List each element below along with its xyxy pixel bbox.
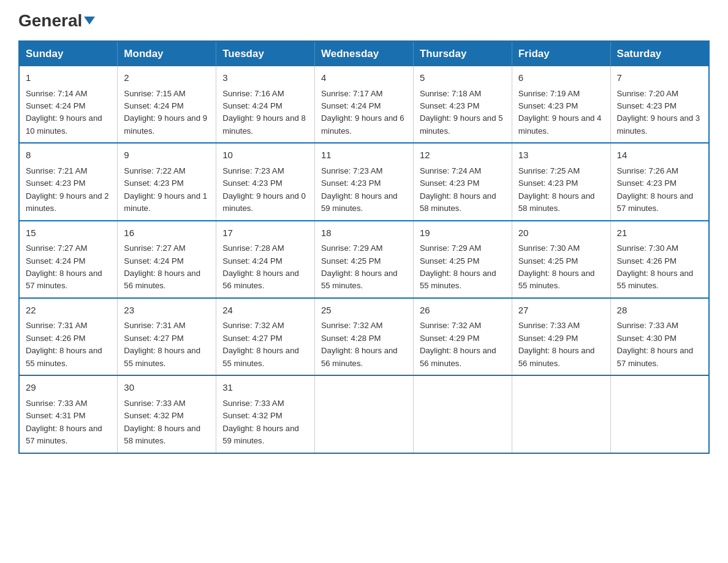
cell-content: Sunrise: 7:30 AMSunset: 4:26 PMDaylight:… [617,242,702,293]
day-number: 16 [124,226,210,240]
day-number: 8 [26,148,111,163]
calendar-cell: 10Sunrise: 7:23 AMSunset: 4:23 PMDayligh… [216,143,315,220]
calendar-week-row: 22Sunrise: 7:31 AMSunset: 4:26 PMDayligh… [19,298,709,375]
day-number: 28 [617,304,702,318]
col-header-tuesday: Tuesday [216,41,315,66]
calendar-cell: 31Sunrise: 7:33 AMSunset: 4:32 PMDayligh… [216,375,315,453]
cell-content: Sunrise: 7:32 AMSunset: 4:28 PMDaylight:… [321,320,407,370]
day-number: 22 [26,304,111,318]
day-number: 29 [26,381,111,395]
calendar-cell: 23Sunrise: 7:31 AMSunset: 4:27 PMDayligh… [118,298,216,375]
cell-content: Sunrise: 7:29 AMSunset: 4:25 PMDaylight:… [321,242,407,293]
day-number: 4 [321,71,407,85]
calendar-cell: 12Sunrise: 7:24 AMSunset: 4:23 PMDayligh… [413,143,512,220]
calendar-cell [413,375,512,453]
calendar-cell: 3Sunrise: 7:16 AMSunset: 4:24 PMDaylight… [216,66,315,143]
day-number: 18 [321,226,407,240]
calendar-cell: 19Sunrise: 7:29 AMSunset: 4:25 PMDayligh… [413,221,512,298]
cell-content: Sunrise: 7:33 AMSunset: 4:31 PMDaylight:… [26,397,111,448]
calendar-week-row: 8Sunrise: 7:21 AMSunset: 4:23 PMDaylight… [19,143,709,220]
calendar-week-row: 15Sunrise: 7:27 AMSunset: 4:24 PMDayligh… [19,221,709,298]
calendar-table: SundayMondayTuesdayWednesdayThursdayFrid… [18,40,710,454]
calendar-cell: 13Sunrise: 7:25 AMSunset: 4:23 PMDayligh… [512,143,610,220]
page-header: General [18,12,710,28]
cell-content: Sunrise: 7:23 AMSunset: 4:23 PMDaylight:… [222,165,308,215]
calendar-cell [512,375,610,453]
cell-content: Sunrise: 7:29 AMSunset: 4:25 PMDaylight:… [420,242,506,293]
col-header-monday: Monday [118,41,216,66]
cell-content: Sunrise: 7:25 AMSunset: 4:23 PMDaylight:… [518,165,604,215]
calendar-cell: 9Sunrise: 7:22 AMSunset: 4:23 PMDaylight… [118,143,216,220]
cell-content: Sunrise: 7:33 AMSunset: 4:32 PMDaylight:… [222,397,308,448]
day-number: 11 [321,148,407,163]
cell-content: Sunrise: 7:30 AMSunset: 4:25 PMDaylight:… [518,242,604,293]
day-number: 30 [124,381,210,395]
cell-content: Sunrise: 7:32 AMSunset: 4:27 PMDaylight:… [222,320,308,370]
day-number: 31 [222,381,308,395]
calendar-cell: 16Sunrise: 7:27 AMSunset: 4:24 PMDayligh… [118,221,216,298]
calendar-cell [315,375,414,453]
cell-content: Sunrise: 7:33 AMSunset: 4:32 PMDaylight:… [124,397,210,448]
cell-content: Sunrise: 7:26 AMSunset: 4:23 PMDaylight:… [617,165,702,215]
calendar-cell [610,375,709,453]
day-number: 12 [420,148,506,163]
cell-content: Sunrise: 7:15 AMSunset: 4:24 PMDaylight:… [124,88,210,138]
calendar-week-row: 1Sunrise: 7:14 AMSunset: 4:24 PMDaylight… [19,66,709,143]
col-header-wednesday: Wednesday [315,41,414,66]
calendar-header-row: SundayMondayTuesdayWednesdayThursdayFrid… [19,41,709,66]
logo-general: General [18,12,95,29]
cell-content: Sunrise: 7:31 AMSunset: 4:26 PMDaylight:… [26,320,111,370]
day-number: 19 [420,226,506,240]
cell-content: Sunrise: 7:32 AMSunset: 4:29 PMDaylight:… [420,320,506,370]
day-number: 25 [321,304,407,318]
cell-content: Sunrise: 7:19 AMSunset: 4:23 PMDaylight:… [518,88,604,138]
cell-content: Sunrise: 7:28 AMSunset: 4:24 PMDaylight:… [222,242,308,293]
calendar-cell: 2Sunrise: 7:15 AMSunset: 4:24 PMDaylight… [118,66,216,143]
calendar-cell: 4Sunrise: 7:17 AMSunset: 4:24 PMDaylight… [315,66,414,143]
cell-content: Sunrise: 7:22 AMSunset: 4:23 PMDaylight:… [124,165,210,215]
cell-content: Sunrise: 7:31 AMSunset: 4:27 PMDaylight:… [124,320,210,370]
day-number: 21 [617,226,702,240]
day-number: 6 [518,71,604,85]
day-number: 3 [222,71,308,85]
day-number: 9 [124,148,210,163]
cell-content: Sunrise: 7:27 AMSunset: 4:24 PMDaylight:… [124,242,210,293]
calendar-cell: 22Sunrise: 7:31 AMSunset: 4:26 PMDayligh… [19,298,118,375]
calendar-cell: 11Sunrise: 7:23 AMSunset: 4:23 PMDayligh… [315,143,414,220]
calendar-cell: 6Sunrise: 7:19 AMSunset: 4:23 PMDaylight… [512,66,610,143]
calendar-cell: 17Sunrise: 7:28 AMSunset: 4:24 PMDayligh… [216,221,315,298]
day-number: 10 [222,148,308,163]
day-number: 20 [518,226,604,240]
calendar-cell: 29Sunrise: 7:33 AMSunset: 4:31 PMDayligh… [19,375,118,453]
day-number: 17 [222,226,308,240]
col-header-sunday: Sunday [19,41,118,66]
cell-content: Sunrise: 7:21 AMSunset: 4:23 PMDaylight:… [26,165,111,215]
day-number: 13 [518,148,604,163]
cell-content: Sunrise: 7:18 AMSunset: 4:23 PMDaylight:… [420,88,506,138]
calendar-cell: 20Sunrise: 7:30 AMSunset: 4:25 PMDayligh… [512,221,610,298]
calendar-cell: 7Sunrise: 7:20 AMSunset: 4:23 PMDaylight… [610,66,709,143]
cell-content: Sunrise: 7:27 AMSunset: 4:24 PMDaylight:… [26,242,111,293]
col-header-thursday: Thursday [413,41,512,66]
calendar-cell: 15Sunrise: 7:27 AMSunset: 4:24 PMDayligh… [19,221,118,298]
cell-content: Sunrise: 7:24 AMSunset: 4:23 PMDaylight:… [420,165,506,215]
cell-content: Sunrise: 7:14 AMSunset: 4:24 PMDaylight:… [26,88,111,138]
col-header-friday: Friday [512,41,610,66]
day-number: 5 [420,71,506,85]
cell-content: Sunrise: 7:33 AMSunset: 4:30 PMDaylight:… [617,320,702,370]
col-header-saturday: Saturday [610,41,709,66]
calendar-cell: 14Sunrise: 7:26 AMSunset: 4:23 PMDayligh… [610,143,709,220]
day-number: 27 [518,304,604,318]
calendar-cell: 26Sunrise: 7:32 AMSunset: 4:29 PMDayligh… [413,298,512,375]
calendar-cell: 25Sunrise: 7:32 AMSunset: 4:28 PMDayligh… [315,298,414,375]
calendar-week-row: 29Sunrise: 7:33 AMSunset: 4:31 PMDayligh… [19,375,709,453]
calendar-cell: 30Sunrise: 7:33 AMSunset: 4:32 PMDayligh… [118,375,216,453]
calendar-cell: 27Sunrise: 7:33 AMSunset: 4:29 PMDayligh… [512,298,610,375]
calendar-cell: 21Sunrise: 7:30 AMSunset: 4:26 PMDayligh… [610,221,709,298]
calendar-cell: 1Sunrise: 7:14 AMSunset: 4:24 PMDaylight… [19,66,118,143]
day-number: 2 [124,71,210,85]
day-number: 15 [26,226,111,240]
cell-content: Sunrise: 7:20 AMSunset: 4:23 PMDaylight:… [617,88,702,138]
cell-content: Sunrise: 7:16 AMSunset: 4:24 PMDaylight:… [222,88,308,138]
calendar-cell: 28Sunrise: 7:33 AMSunset: 4:30 PMDayligh… [610,298,709,375]
